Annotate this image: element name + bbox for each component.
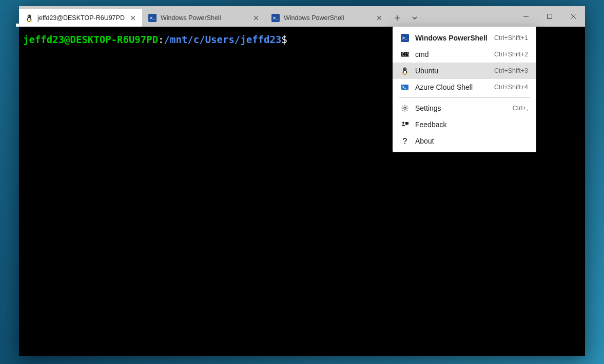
gear-icon	[401, 104, 409, 112]
dropdown-label: Settings	[415, 104, 506, 112]
svg-line-26	[406, 110, 407, 110]
help-icon	[401, 137, 409, 145]
svg-point-16	[405, 69, 406, 69]
dropdown-item-about[interactable]: About	[393, 133, 536, 149]
dropdown-label: Azure Cloud Shell	[415, 83, 488, 91]
dropdown-item-cmd[interactable]: C:\ cmd Ctrl+Shift+2	[393, 46, 536, 63]
window-controls	[514, 6, 585, 27]
dropdown-label: cmd	[415, 50, 488, 58]
dropdown-label: About	[415, 137, 522, 145]
tab-powershell-1[interactable]: >_ Windows PowerShell	[142, 9, 265, 27]
svg-point-29	[402, 122, 404, 124]
maximize-button[interactable]	[538, 6, 561, 27]
new-tab-button[interactable]	[388, 9, 406, 27]
powershell-icon: >_	[148, 14, 157, 22]
svg-point-18	[405, 73, 407, 74]
prompt-dollar: $	[281, 34, 287, 45]
tux-icon	[25, 14, 33, 22]
dropdown-item-feedback[interactable]: Feedback	[393, 116, 536, 133]
dropdown-label: Windows PowerShell	[415, 34, 488, 42]
tux-icon	[401, 67, 409, 75]
tab-ubuntu[interactable]: jeffd23@DESKTOP-R6U97PD: /r	[19, 9, 142, 27]
dropdown-item-settings[interactable]: Settings Ctrl+,	[393, 100, 536, 116]
tab-close-icon[interactable]	[129, 14, 137, 22]
prompt-path: /mnt/c/Users/jeffd23	[164, 34, 282, 45]
tab-label: Windows PowerShell	[284, 14, 371, 22]
minimize-button[interactable]	[514, 6, 538, 27]
svg-point-8	[30, 21, 32, 22]
svg-point-17	[402, 73, 404, 74]
tab-strip: jeffd23@DESKTOP-R6U97PD: /r >_ Windows P…	[19, 6, 388, 27]
tab-powershell-2[interactable]: >_ Windows PowerShell	[265, 9, 388, 27]
tab-close-icon[interactable]	[375, 14, 383, 22]
svg-point-6	[30, 16, 30, 16]
terminal-window: jeffd23@DESKTOP-R6U97PD: /r >_ Windows P…	[19, 6, 585, 356]
svg-rect-9	[548, 14, 552, 19]
prompt-colon: :	[158, 34, 164, 45]
tab-label: jeffd23@DESKTOP-R6U97PD: /r	[37, 14, 125, 22]
dropdown-button[interactable]	[406, 9, 423, 27]
close-button[interactable]	[561, 6, 585, 27]
dropdown-label: Feedback	[415, 120, 522, 129]
svg-line-25	[402, 106, 403, 106]
svg-line-28	[402, 110, 403, 110]
tab-label: Windows PowerShell	[161, 14, 248, 22]
svg-point-5	[29, 16, 29, 16]
powershell-icon: >_	[401, 34, 409, 42]
svg-rect-19	[401, 85, 408, 90]
prompt-user: jeffd23@DESKTOP-R6U97PD	[23, 34, 158, 45]
svg-line-27	[406, 106, 407, 106]
new-tab-dropdown: >_ Windows PowerShell Ctrl+Shift+1 C:\ c…	[393, 27, 536, 152]
dropdown-shortcut: Ctrl+,	[513, 105, 528, 112]
tab-controls	[388, 6, 423, 27]
dropdown-item-azure[interactable]: Azure Cloud Shell Ctrl+Shift+4	[393, 79, 536, 95]
svg-point-30	[404, 143, 405, 144]
dropdown-item-powershell[interactable]: >_ Windows PowerShell Ctrl+Shift+1	[393, 30, 536, 46]
dropdown-shortcut: Ctrl+Shift+4	[494, 84, 528, 91]
svg-point-20	[404, 107, 406, 109]
dropdown-label: Ubuntu	[415, 67, 488, 75]
dropdown-shortcut: Ctrl+Shift+2	[494, 51, 528, 58]
dropdown-item-ubuntu[interactable]: Ubuntu Ctrl+Shift+3	[393, 63, 536, 79]
svg-point-15	[404, 69, 405, 69]
titlebar-drag-area[interactable]	[423, 6, 514, 27]
powershell-icon: >_	[271, 14, 280, 22]
titlebar: jeffd23@DESKTOP-R6U97PD: /r >_ Windows P…	[19, 6, 585, 27]
tab-close-icon[interactable]	[252, 14, 260, 22]
dropdown-shortcut: Ctrl+Shift+3	[494, 67, 528, 74]
dropdown-shortcut: Ctrl+Shift+1	[494, 34, 528, 42]
feedback-icon	[401, 120, 409, 129]
azure-icon	[401, 83, 409, 91]
svg-point-7	[27, 21, 29, 22]
cmd-icon: C:\	[401, 50, 409, 58]
dropdown-separator	[399, 97, 530, 98]
